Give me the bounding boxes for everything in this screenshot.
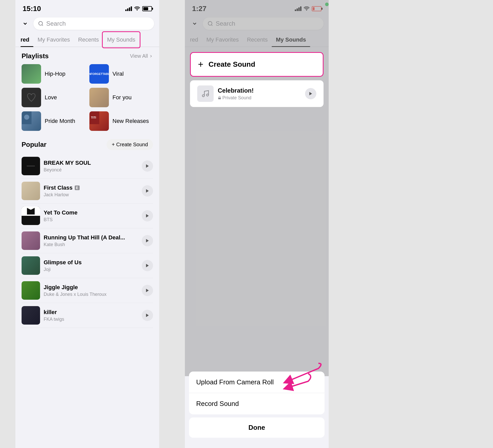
create-sound-button[interactable]: + Create Sound xyxy=(107,139,153,150)
done-button[interactable]: Done xyxy=(189,417,325,438)
playlists-title: Playlists xyxy=(22,52,49,60)
left-status-bar: 15:10 xyxy=(15,0,159,15)
right-search-row: Search xyxy=(185,15,329,33)
right-wifi-icon xyxy=(304,6,310,12)
sound-item-celebration[interactable]: Celebration! Private Sound xyxy=(190,80,324,107)
svg-line-14 xyxy=(211,25,212,26)
playlist-pride[interactable]: Pride Month xyxy=(22,111,85,131)
upload-from-camera-roll-option[interactable]: Upload From Camera Roll xyxy=(189,372,325,393)
track-ruth[interactable]: Running Up That Hill (A Deal... Kate Bus… xyxy=(22,228,153,253)
play-button-bms[interactable] xyxy=(142,160,153,172)
play-button-gou[interactable] xyxy=(142,260,153,271)
track-thumb-ruth xyxy=(22,231,40,250)
right-time: 1:27 xyxy=(192,5,206,13)
playlist-newreleases[interactable]: TITI New Releases xyxy=(89,111,153,131)
tab-mysounds-left[interactable]: My Sounds xyxy=(103,33,139,47)
track-info-firstclass: First Class E Jack Harlow xyxy=(44,184,138,198)
play-button-celebration[interactable] xyxy=(305,88,316,99)
create-sound-main-button[interactable]: + Create Sound xyxy=(190,52,324,77)
right-status-icons xyxy=(295,6,321,12)
battery-icon xyxy=(142,6,152,11)
tab-favorites-left[interactable]: My Favorites xyxy=(33,33,74,47)
svg-marker-9 xyxy=(146,239,149,242)
playlist-thumb-newreleases: TITI xyxy=(89,111,109,131)
playlists-grid: Hip-Hop UNFORGETTABLE Viral Love For you xyxy=(22,64,153,131)
right-battery-icon xyxy=(312,6,321,11)
left-back-button[interactable] xyxy=(21,19,30,28)
playlist-hiphop[interactable]: Hip-Hop xyxy=(22,64,85,84)
playlist-thumb-hiphop xyxy=(22,64,41,84)
popular-title: Popular xyxy=(22,141,46,149)
tab-featured-right[interactable]: red xyxy=(190,33,202,47)
svg-text:TITI: TITI xyxy=(91,116,96,119)
signal-icon xyxy=(125,6,132,11)
record-sound-option[interactable]: Record Sound xyxy=(189,393,325,414)
popular-header: Popular + Create Sound xyxy=(22,139,153,150)
wifi-icon xyxy=(134,6,140,12)
playlist-foryou[interactable]: For you xyxy=(89,88,153,107)
svg-point-13 xyxy=(208,22,212,25)
view-all-link[interactable]: View All xyxy=(130,53,153,59)
play-button-killer[interactable] xyxy=(142,310,153,321)
right-tabs: red My Favorites Recents My Sounds xyxy=(185,33,329,47)
tab-featured-left[interactable]: red xyxy=(21,33,33,47)
playlist-thumb-viral: UNFORGETTABLE xyxy=(89,64,109,84)
svg-point-15 xyxy=(202,95,204,97)
play-button-ytc[interactable] xyxy=(142,210,153,221)
track-killer[interactable]: killer FKA twigs xyxy=(22,303,153,328)
tab-mysounds-right[interactable]: My Sounds xyxy=(272,33,310,47)
tab-favorites-right[interactable]: My Favorites xyxy=(202,33,243,47)
playlist-thumb-love xyxy=(22,88,41,107)
track-ytc[interactable]: Yet To Come BTS xyxy=(22,203,153,228)
track-thumb-killer xyxy=(22,306,40,325)
tab-recents-right[interactable]: Recents xyxy=(243,33,272,47)
track-firstclass[interactable]: First Class E Jack Harlow xyxy=(22,179,153,203)
track-bms[interactable]: BREAK MY SOUL Beyoncé xyxy=(22,154,153,179)
svg-point-16 xyxy=(206,94,208,96)
bottom-sheet-options: Upload From Camera Roll Record Sound xyxy=(189,372,325,414)
svg-marker-6 xyxy=(146,164,149,168)
left-search-row: Search xyxy=(15,15,159,33)
svg-marker-10 xyxy=(146,264,149,267)
right-back-button[interactable] xyxy=(190,19,199,28)
right-signal-icon xyxy=(295,6,301,11)
play-button-ruth[interactable] xyxy=(142,235,153,246)
create-sound-label: Create Sound xyxy=(208,60,255,69)
playlist-thumb-pride xyxy=(22,111,41,131)
track-info-bms: BREAK MY SOUL Beyoncé xyxy=(44,160,138,173)
popular-section: Popular + Create Sound BREAK MY SOUL Bey… xyxy=(22,139,153,328)
right-search-placeholder: Search xyxy=(216,20,235,27)
svg-marker-17 xyxy=(309,92,312,95)
track-thumb-ytc xyxy=(22,207,40,225)
play-button-firstclass[interactable] xyxy=(142,185,153,197)
track-thumb-firstclass xyxy=(22,182,40,200)
left-search-bar[interactable]: Search xyxy=(33,17,154,30)
svg-marker-7 xyxy=(146,189,149,193)
sound-icon-celebration xyxy=(197,85,214,102)
track-thumb-jj xyxy=(22,281,40,300)
track-thumb-bms xyxy=(22,157,40,175)
right-phone-panel: 1:27 xyxy=(185,0,329,448)
svg-marker-11 xyxy=(146,289,149,292)
right-search-bar[interactable]: Search xyxy=(203,17,324,30)
track-info-ytc: Yet To Come BTS xyxy=(44,209,138,222)
left-content: Playlists View All Hip-Hop UNFORGETTABLE… xyxy=(15,47,159,448)
playlist-thumb-foryou xyxy=(89,88,109,107)
track-info-jj: Jiggle Jiggle Duke & Jones x Louis Thero… xyxy=(44,284,138,297)
svg-marker-8 xyxy=(146,214,149,218)
playlists-heading: Playlists View All xyxy=(22,52,153,60)
bottom-sheet: Upload From Camera Roll Record Sound Don… xyxy=(185,372,329,448)
svg-point-3 xyxy=(24,115,29,120)
track-gou[interactable]: Glimpse of Us Joji xyxy=(22,253,153,278)
play-button-jj[interactable] xyxy=(142,285,153,296)
track-info-killer: killer FKA twigs xyxy=(44,309,138,322)
playlist-viral[interactable]: UNFORGETTABLE Viral xyxy=(89,64,153,84)
left-status-icons xyxy=(125,6,152,12)
track-jj[interactable]: Jiggle Jiggle Duke & Jones x Louis Thero… xyxy=(22,278,153,303)
right-status-bar: 1:27 xyxy=(185,0,329,15)
playlist-love[interactable]: Love xyxy=(22,88,85,107)
track-info-ruth: Running Up That Hill (A Deal... Kate Bus… xyxy=(44,234,138,247)
tab-recents-left[interactable]: Recents xyxy=(74,33,103,47)
svg-point-0 xyxy=(39,22,43,25)
right-panel-content: 1:27 xyxy=(185,0,329,448)
